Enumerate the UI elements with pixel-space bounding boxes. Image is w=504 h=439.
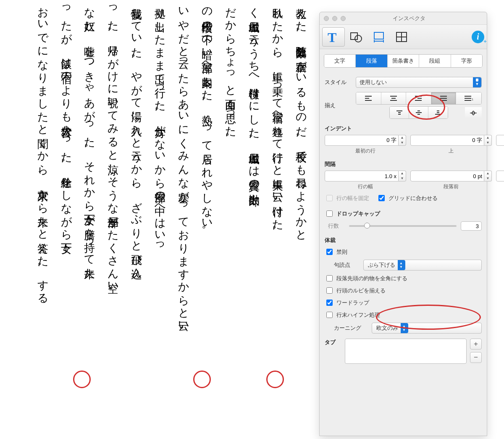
text-inspector-tab[interactable]: T xyxy=(322,27,345,47)
subtab-paragraph[interactable]: 段落 xyxy=(356,55,387,67)
space-after-input[interactable] xyxy=(496,171,504,181)
table-inspector-tab[interactable] xyxy=(390,27,413,47)
style-select[interactable]: 使用しない ▲▼ xyxy=(356,77,482,88)
align-label: 揃え xyxy=(325,102,352,109)
svg-text:T: T xyxy=(328,30,336,44)
space-before-label: 段落前 xyxy=(444,183,459,190)
stepper-buttons[interactable]: ▲▼ xyxy=(399,135,406,146)
valign-middle-button[interactable] xyxy=(409,107,428,118)
align-center-button[interactable] xyxy=(381,92,407,104)
subtab-character[interactable]: 文字 xyxy=(324,55,356,67)
subtab-glyphs[interactable]: 字形 xyxy=(451,55,482,67)
indent-top-label: 上 xyxy=(449,147,454,155)
indent-heading: インデント xyxy=(325,125,482,132)
window-close-button[interactable] xyxy=(324,16,329,21)
layout-heading: 体裁 xyxy=(325,237,482,244)
inspector-category-tabs: T i xyxy=(320,25,487,49)
shape-inspector-tab[interactable] xyxy=(345,27,368,47)
fix-line-checkbox[interactable]: 行の幅を固定 xyxy=(325,194,369,202)
window-zoom-button[interactable] xyxy=(341,16,346,21)
align-grid-checkbox[interactable]: グリッドに合わせる xyxy=(377,194,438,202)
valign-bottom-button[interactable] xyxy=(428,107,448,118)
fullwidth-label: 段落先頭の約物を全角にする xyxy=(336,275,407,282)
tab-stops-list[interactable] xyxy=(345,339,467,364)
metrics-inspector-tab[interactable] xyxy=(368,27,390,47)
inspector-panel: インスペクタ T i 文字 段落 箇条書き 段組 字形 xyxy=(319,12,487,436)
hyphen-checkbox[interactable]: 行末ハイフン処理 xyxy=(325,310,482,319)
document-text-area[interactable]: 教えた。随分気楽な宿直がいるものだ。校長でも尋ねようかと 臥れたから、車に乗って… xyxy=(27,0,312,386)
stepper-buttons[interactable]: ▲▼ xyxy=(484,135,492,146)
align-grid-label: グリッドに合わせる xyxy=(388,195,438,202)
panel-title: インスペクタ xyxy=(351,15,467,22)
ruby-checkbox[interactable]: 行頭のルビを揃える xyxy=(325,286,482,295)
dropcap-lines-label: 行数 xyxy=(328,222,345,230)
wordwrap-checkbox[interactable]: ワードラップ xyxy=(325,298,482,307)
punctuation-label: 句読点 xyxy=(334,261,359,269)
align-right-button[interactable] xyxy=(406,92,431,104)
spacing-heading: 間隔 xyxy=(325,160,482,168)
subtab-columns[interactable]: 段組 xyxy=(419,55,451,67)
stepper-buttons[interactable]: ▲▼ xyxy=(399,171,406,181)
distribute-button[interactable] xyxy=(465,107,482,119)
kinsoku-label: 禁則 xyxy=(336,248,347,256)
paragraph-subtabs: 文字 段落 箇条書き 段組 字形 xyxy=(324,54,483,68)
indent-first-label: 最初の行 xyxy=(355,147,375,155)
kinsoku-checkbox[interactable]: 禁則 xyxy=(325,247,482,256)
hyphen-label: 行末ハイフン処理 xyxy=(336,311,380,319)
dropcap-slider[interactable] xyxy=(349,225,457,227)
line-width-input[interactable] xyxy=(325,171,399,181)
punctuation-select-value: ぶら下げる xyxy=(368,261,395,269)
align-justify-button[interactable] xyxy=(431,92,457,104)
indent-bottom-input[interactable] xyxy=(496,135,504,146)
kerning-select[interactable]: 欧文のみ ▲▼ xyxy=(372,323,482,334)
fullwidth-checkbox[interactable]: 段落先頭の約物を全角にする xyxy=(325,274,482,283)
wordwrap-label: ワードラップ xyxy=(336,299,369,307)
ruby-label: 行頭のルビを揃える xyxy=(336,287,386,294)
svg-text:12: 12 xyxy=(472,98,473,101)
indent-top-input[interactable] xyxy=(410,135,484,146)
svg-rect-3 xyxy=(374,32,383,39)
dropcap-lines-input[interactable] xyxy=(461,221,482,231)
space-before-input[interactable] xyxy=(410,171,484,181)
window-minimize-button[interactable] xyxy=(332,16,337,21)
svg-point-2 xyxy=(355,35,362,42)
align-left-button[interactable] xyxy=(356,92,381,104)
kerning-select-value: 欧文のみ xyxy=(376,324,398,332)
align-justify-all-button[interactable]: 12 xyxy=(456,92,481,104)
punctuation-select[interactable]: ぶら下げる ▲▼ xyxy=(363,260,482,271)
style-select-value: 使用しない xyxy=(360,79,387,86)
info-button[interactable]: i xyxy=(472,31,484,43)
panel-titlebar: インスペクタ xyxy=(320,12,487,25)
fix-line-label: 行の幅を固定 xyxy=(336,195,369,202)
kerning-label: カーニング xyxy=(334,324,368,332)
line-width-label: 行の幅 xyxy=(358,183,373,190)
tab-remove-button[interactable]: − xyxy=(470,352,482,363)
dropcap-label: ドロップキャップ xyxy=(336,210,380,218)
dropcap-checkbox[interactable]: ドロップキャップ xyxy=(325,209,482,218)
indent-first-input[interactable] xyxy=(325,135,399,146)
valign-top-button[interactable] xyxy=(390,107,409,118)
subtab-bullets[interactable]: 箇条書き xyxy=(388,55,419,67)
style-label: スタイル xyxy=(325,79,352,86)
tab-label: タブ xyxy=(325,339,341,346)
tab-add-button[interactable]: + xyxy=(470,339,482,350)
stepper-buttons[interactable]: ▲▼ xyxy=(484,171,492,181)
